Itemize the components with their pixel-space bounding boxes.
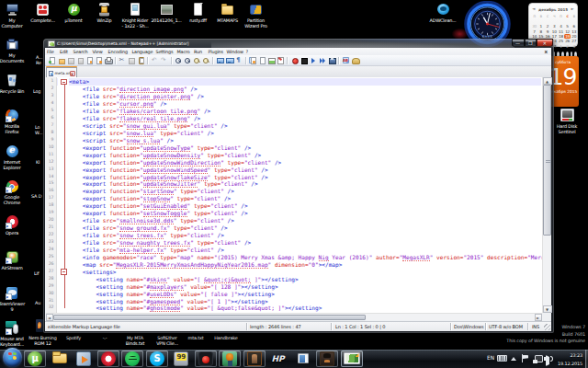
desktop-icon-partition-wizard[interactable]: Partition Wizard Pro bbox=[241, 3, 272, 29]
calendar-day-6[interactable]: 6 bbox=[571, 24, 577, 29]
taskbar-picture-viewer[interactable] bbox=[341, 351, 363, 367]
desktop-icon-teamviewer[interactable]: TeamViewer 9 bbox=[0, 286, 28, 312]
tab-meta-xml[interactable]: meta.xml x bbox=[46, 67, 77, 77]
taskbar-mafia-game[interactable] bbox=[316, 351, 338, 367]
menu-file[interactable]: File bbox=[47, 49, 54, 54]
taskbar-hp[interactable] bbox=[267, 351, 289, 367]
calendar-day-20[interactable]: 20 bbox=[571, 34, 577, 39]
taskbar-media-player[interactable] bbox=[73, 351, 95, 367]
calendar-day-1[interactable]: 1 bbox=[537, 24, 544, 29]
calendar-next-icon[interactable]: ► bbox=[571, 6, 574, 11]
scroll-up-icon[interactable]: ▲ bbox=[543, 77, 552, 85]
menu-settings[interactable]: Settings bbox=[156, 49, 174, 54]
toolbar-macro-play-icon[interactable] bbox=[310, 57, 317, 64]
calendar-day-25[interactable]: 25 bbox=[558, 39, 564, 43]
taskbar-skype[interactable] bbox=[146, 351, 168, 367]
fold-marker-line-1[interactable] bbox=[61, 79, 66, 85]
toolbar-macro-stop-icon[interactable] bbox=[300, 57, 308, 64]
desktop-icon-label-bottom[interactable]: Handbrake bbox=[203, 335, 249, 340]
desktop-icon-google-chrome[interactable]: Google Chrome bbox=[0, 179, 28, 205]
menu-search[interactable]: Search bbox=[74, 49, 88, 54]
calendar-day-9[interactable]: 9 bbox=[544, 29, 550, 34]
tray-clock[interactable]: 23:23 19.12.2015 г. bbox=[558, 351, 582, 368]
menu-help[interactable]: ? bbox=[246, 49, 248, 54]
toolbar-sync-vertical-icon[interactable] bbox=[216, 57, 223, 64]
maximize-button[interactable]: ❐ bbox=[525, 39, 537, 47]
toolbar-open-file-icon[interactable] bbox=[58, 57, 65, 64]
toolbar-close-icon[interactable] bbox=[85, 57, 93, 64]
toolbar-word-wrap-icon[interactable] bbox=[235, 57, 243, 64]
calendar-day-27[interactable]: 27 bbox=[571, 39, 577, 43]
start-button[interactable] bbox=[3, 348, 22, 367]
fold-marker-line-27[interactable] bbox=[61, 269, 66, 274]
toolbar-redo-icon[interactable] bbox=[161, 57, 168, 64]
keyboard-layout-icon[interactable] bbox=[497, 355, 507, 362]
taskbar-game-avatar[interactable] bbox=[219, 351, 241, 367]
toolbar-zoom-in-icon[interactable] bbox=[193, 57, 200, 64]
taskbar-monitor-99[interactable] bbox=[170, 351, 192, 367]
desktop-icon-airstream[interactable]: AirStream bbox=[0, 250, 28, 270]
calendar-day-1[interactable]: 1 bbox=[558, 44, 564, 49]
toolbar-undo-icon[interactable] bbox=[151, 57, 158, 64]
desktop-icon-utorrent[interactable]: µTorrent bbox=[58, 3, 89, 23]
calendar-day-18[interactable]: 18 bbox=[558, 34, 564, 39]
code-area[interactable]: <meta> <file src="direction_image.png" /… bbox=[69, 77, 541, 313]
calendar-day-11[interactable]: 11 bbox=[558, 29, 564, 34]
toolbar-save-all-icon[interactable] bbox=[76, 57, 84, 64]
network-icon[interactable] bbox=[535, 355, 543, 362]
toolbar-sync-horizontal-icon[interactable] bbox=[226, 57, 233, 64]
toolbar-spell-lang-icon[interactable] bbox=[352, 57, 359, 64]
desktop-icon-adwcleaner[interactable]: ADWClean... bbox=[427, 3, 458, 23]
toolbar-macro-save-icon[interactable] bbox=[328, 57, 335, 64]
toolbar-paste-icon[interactable] bbox=[137, 57, 144, 64]
volume-icon[interactable] bbox=[544, 355, 553, 362]
horizontal-scrollbar[interactable]: ◄ ► bbox=[46, 313, 542, 320]
resize-grip[interactable] bbox=[544, 324, 550, 330]
tab-close-icon[interactable]: x bbox=[70, 71, 75, 76]
calendar-day-3[interactable]: 3 bbox=[571, 44, 577, 49]
desktop-icon-winzip[interactable]: WinZip bbox=[89, 3, 120, 23]
toolbar-zoom-out-icon[interactable] bbox=[202, 57, 209, 64]
calendar-day-4[interactable]: 4 bbox=[558, 24, 564, 29]
vertical-scrollbar[interactable]: ▲ ▼ bbox=[542, 77, 551, 313]
toolbar-doc-map-icon[interactable] bbox=[267, 57, 275, 64]
hidden-icons-chevron[interactable] bbox=[511, 357, 516, 361]
desktop-icon-knight-rider-video[interactable]: Knight Rider - 1x22 - Sh... bbox=[119, 3, 151, 29]
taskbar-utorrent[interactable] bbox=[24, 351, 46, 367]
calendar-day-30[interactable]: 30 bbox=[531, 24, 537, 29]
calendar-day-3[interactable]: 3 bbox=[551, 24, 558, 29]
editor[interactable]: 1234567891011121314151617181920212223242… bbox=[46, 77, 542, 313]
menu-edit[interactable]: Edit bbox=[60, 49, 68, 54]
calendar-day-10[interactable]: 10 bbox=[551, 29, 558, 34]
calendar-day-26[interactable]: 26 bbox=[564, 39, 571, 43]
toolbar-show-all-chars-icon[interactable] bbox=[249, 57, 256, 64]
horizontal-scroll-thumb[interactable] bbox=[53, 315, 366, 321]
calendar-day-5[interactable]: 5 bbox=[564, 24, 571, 29]
toolbar-print-icon[interactable] bbox=[105, 57, 112, 64]
calendar-day-13[interactable]: 13 bbox=[571, 29, 577, 34]
menu-window[interactable]: Window bbox=[227, 49, 243, 54]
toolbar-save-icon[interactable] bbox=[67, 57, 74, 64]
tray-language[interactable]: EN bbox=[487, 355, 494, 361]
toolbar-replace-icon[interactable] bbox=[184, 57, 191, 64]
desktop-icon-photo-20141206[interactable]: 20141206_1... bbox=[151, 3, 182, 23]
desktop-icon-mtamaps-folder[interactable]: MTAMAPS bbox=[212, 3, 243, 23]
menu-view[interactable]: View bbox=[93, 49, 103, 54]
toolbar-macro-record-icon[interactable] bbox=[291, 57, 299, 64]
menubar-close-icon[interactable]: x bbox=[544, 49, 548, 54]
desktop-icon-opera[interactable]: Opera bbox=[0, 215, 28, 236]
minimize-button[interactable]: — bbox=[512, 39, 525, 47]
toolbar-find-icon[interactable] bbox=[175, 57, 182, 64]
menu-plugins[interactable]: Plugins bbox=[209, 49, 223, 54]
desktop-icon-internet-explorer[interactable]: Internet Explorer bbox=[0, 144, 28, 170]
calendar-day-19[interactable]: 19 bbox=[564, 34, 571, 39]
desktop-icon-rusty-dff[interactable]: rusty.dff bbox=[183, 3, 214, 23]
desktop-icon-my-documents[interactable]: My Documents bbox=[0, 38, 28, 63]
action-center-flag-icon[interactable] bbox=[522, 354, 529, 362]
taskbar-opera[interactable] bbox=[97, 351, 119, 367]
toolbar-close-all-icon[interactable] bbox=[96, 57, 103, 64]
toolbar-macro-run-multiple-icon[interactable] bbox=[319, 57, 326, 64]
desktop-icon-recycle-bin[interactable]: Recycle Bin bbox=[0, 74, 28, 94]
menu-language[interactable]: Language bbox=[132, 49, 153, 54]
menu-encoding[interactable]: Encoding bbox=[108, 49, 128, 54]
